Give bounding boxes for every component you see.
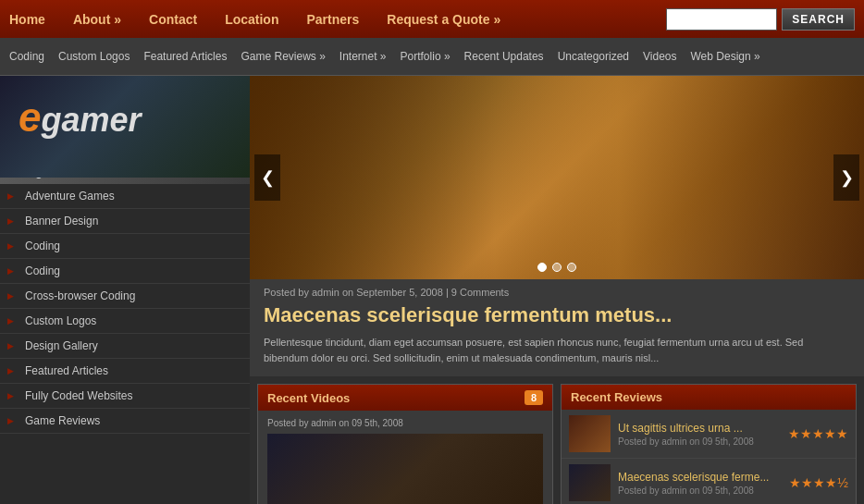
hero-dot-1[interactable] xyxy=(537,263,547,272)
review-meta-1: Posted by admin on 09 5th, 2008 xyxy=(618,436,781,447)
logo-text: gamer xyxy=(41,101,141,139)
hero-slider: ❮ ❯ xyxy=(250,76,864,279)
hero-prev-button[interactable]: ❮ xyxy=(254,154,280,201)
review-item: Maecenas scelerisque ferme... Posted by … xyxy=(562,459,856,504)
sidebar-item-coding-1[interactable]: Coding xyxy=(18,234,250,258)
sidebar-item-coding-2[interactable]: Coding xyxy=(18,259,250,283)
logo-e: e xyxy=(19,94,41,140)
recent-videos-title: Recent Videos xyxy=(267,391,350,405)
review-title-2[interactable]: Maecenas scelerisque ferme... xyxy=(618,471,782,484)
sidebar-item-game-reviews[interactable]: Game Reviews xyxy=(18,409,250,433)
hero-image xyxy=(250,76,864,279)
article-preview: Posted by admin on September 5, 2008 | 9… xyxy=(250,279,864,376)
nav-home[interactable]: Home xyxy=(9,12,45,27)
sec-nav-internet[interactable]: Internet » xyxy=(339,50,387,63)
sidebar-item-custom-logos[interactable]: Custom Logos xyxy=(18,309,250,333)
categories-list: Adventure Games Banner Design Coding Cod… xyxy=(0,184,250,434)
list-item: Coding xyxy=(0,234,250,259)
search-input[interactable] xyxy=(666,8,777,31)
nav-request-quote[interactable]: Request a Quote » xyxy=(387,12,500,27)
list-item: Adventure Games xyxy=(0,184,250,209)
secondary-navigation: Coding Custom Logos Featured Articles Ga… xyxy=(0,38,864,76)
sec-nav-videos[interactable]: Videos xyxy=(643,50,676,63)
list-item: Featured Articles xyxy=(0,359,250,384)
review-stars-1: ★★★★★ xyxy=(788,426,848,441)
hero-dot-3[interactable] xyxy=(567,263,576,272)
nav-location[interactable]: Location xyxy=(225,12,278,27)
review-meta-2: Posted by admin on 09 5th, 2008 xyxy=(618,486,782,496)
nav-partners[interactable]: Partners xyxy=(306,12,359,27)
sidebar-item-banner-design[interactable]: Banner Design xyxy=(18,209,250,233)
list-item: Custom Logos xyxy=(0,309,250,334)
list-item: Cross-browser Coding xyxy=(0,284,250,309)
sec-nav-recent-updates[interactable]: Recent Updates xyxy=(464,50,544,63)
list-item: Fully Coded Websites xyxy=(0,384,250,409)
article-title[interactable]: Maecenas scelerisque fermentum metus... xyxy=(264,303,850,327)
video-post-meta: Posted by admin on 09 5th, 2008 xyxy=(267,418,543,428)
recent-videos-badge: 8 xyxy=(525,390,543,405)
sidebar: egamer categories Adventure Games Banner… xyxy=(0,76,250,504)
recent-reviews-panel: Recent Reviews Ut sagittis ultrices urna… xyxy=(561,384,857,504)
sec-nav-web-design[interactable]: Web Design » xyxy=(691,50,760,63)
list-item: Coding xyxy=(0,259,250,284)
search-area: SEARCH xyxy=(666,8,855,31)
sidebar-item-adventure-games[interactable]: Adventure Games xyxy=(18,184,250,208)
hero-dots xyxy=(537,263,576,272)
sidebar-item-fully-coded[interactable]: Fully Coded Websites xyxy=(18,384,250,408)
sidebar-item-featured-articles[interactable]: Featured Articles xyxy=(18,359,250,383)
review-stars-2: ★★★★½ xyxy=(789,475,848,490)
recent-videos-body: Posted by admin on 09 5th, 2008 Dead Spa… xyxy=(258,411,552,504)
sidebar-item-design-gallery[interactable]: Design Gallery xyxy=(18,334,250,358)
nav-about[interactable]: About » xyxy=(73,12,121,27)
hero-dot-2[interactable] xyxy=(552,263,562,272)
sec-nav-featured-articles[interactable]: Featured Articles xyxy=(143,50,227,63)
list-item: Game Reviews xyxy=(0,409,250,434)
list-item: Banner Design xyxy=(0,209,250,234)
sec-nav-portfolio[interactable]: Portfolio » xyxy=(401,50,451,63)
search-button[interactable]: SEARCH xyxy=(782,8,855,31)
bottom-panels: Recent Videos 8 Posted by admin on 09 5t… xyxy=(250,376,864,504)
hero-next-button[interactable]: ❯ xyxy=(833,154,859,201)
review-item: Ut sagittis ultrices urna ... Posted by … xyxy=(562,410,856,459)
recent-reviews-header: Recent Reviews xyxy=(562,385,856,410)
sec-nav-coding[interactable]: Coding xyxy=(9,50,44,63)
review-thumbnail-1 xyxy=(569,415,611,452)
content-area: ❮ ❯ Posted by admin on September 5, 2008… xyxy=(250,76,864,504)
sec-nav-uncategorized[interactable]: Uncategorized xyxy=(558,50,629,63)
sidebar-item-cross-browser[interactable]: Cross-browser Coding xyxy=(18,284,250,308)
site-logo: egamer xyxy=(0,76,250,154)
top-navigation: Home About » Contact Location Partners R… xyxy=(0,0,864,38)
review-thumbnail-2 xyxy=(569,464,611,501)
list-item: Design Gallery xyxy=(0,334,250,359)
review-info-1: Ut sagittis ultrices urna ... Posted by … xyxy=(618,422,781,447)
top-nav-links: Home About » Contact Location Partners R… xyxy=(9,12,666,27)
nav-contact[interactable]: Contact xyxy=(149,12,197,27)
main-layout: egamer categories Adventure Games Banner… xyxy=(0,76,864,504)
sec-nav-custom-logos[interactable]: Custom Logos xyxy=(58,50,130,63)
article-meta: Posted by admin on September 5, 2008 | 9… xyxy=(264,287,850,298)
review-thumb-image-1 xyxy=(569,415,611,452)
article-text: Pellentesque tincidunt, diam eget accums… xyxy=(264,335,850,365)
review-title-1[interactable]: Ut sagittis ultrices urna ... xyxy=(618,422,781,435)
sec-nav-game-reviews[interactable]: Game Reviews » xyxy=(241,50,325,63)
video-thumbnail[interactable]: Dead Space - Teaser from Felipe Venhorst xyxy=(267,434,543,504)
review-info-2: Maecenas scelerisque ferme... Posted by … xyxy=(618,471,782,496)
recent-videos-header: Recent Videos 8 xyxy=(258,385,552,411)
review-thumb-image-2 xyxy=(569,464,611,501)
recent-videos-panel: Recent Videos 8 Posted by admin on 09 5t… xyxy=(257,384,553,504)
